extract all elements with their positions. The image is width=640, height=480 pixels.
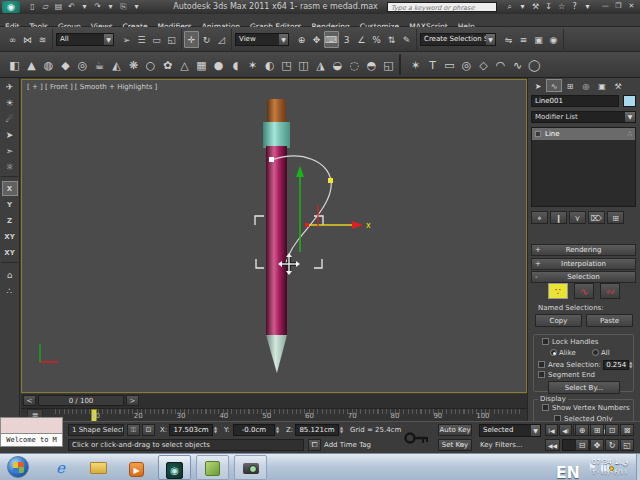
shape-text-icon[interactable]: T	[424, 55, 441, 74]
primitive-cylinder-icon[interactable]: ◫	[295, 55, 312, 74]
new-key-curve-icon[interactable]: ∿	[459, 439, 465, 451]
object-name-field[interactable]: Line001	[531, 95, 619, 107]
redo-icon[interactable]: ↷	[91, 0, 104, 14]
shape-ellipse-icon[interactable]: ◯	[526, 55, 543, 74]
app-logo-icon[interactable]: ◉	[2, 1, 20, 13]
orbit-icon[interactable]: ↻	[605, 439, 619, 451]
viewport-front[interactable]: [ + ] [ Front ] [ Smooth + Highlights ] …	[21, 79, 527, 393]
material-editor-icon[interactable]: ◉	[546, 31, 561, 48]
shape-arc-icon[interactable]: ◠	[492, 55, 509, 74]
spline-mode-button[interactable]: ∾	[600, 283, 620, 299]
axis-xy-lock-button[interactable]: XY	[2, 245, 18, 260]
z-coord-field[interactable]: 85.121cm	[295, 424, 339, 436]
spinner-icon[interactable]: ▲▼	[214, 426, 221, 434]
rollout-selection[interactable]: - Selection	[531, 271, 636, 283]
primitive-tube-icon[interactable]: ◌	[346, 55, 363, 74]
lock-handles-checkbox[interactable]	[542, 338, 549, 345]
tab-modify[interactable]: ∿	[546, 79, 562, 92]
primitive-chamfercyl-icon[interactable]: ◒	[329, 55, 346, 74]
project-dropdown-icon[interactable]: ▾	[130, 0, 143, 14]
area-selection-row[interactable]: Area Selection: 0.254▲▼	[538, 360, 636, 370]
tab-utilities[interactable]: ⚒	[610, 79, 626, 92]
primitive-cone2-icon[interactable]: ◮	[312, 55, 329, 74]
search-input[interactable]	[388, 4, 496, 12]
redo-dropdown-icon[interactable]: ▾	[104, 0, 117, 14]
reference-coordinate-dropdown[interactable]: View ▼	[235, 33, 289, 46]
window-crossing-icon[interactable]: ◱	[164, 31, 179, 48]
search-options-icon[interactable]: ▾	[516, 0, 529, 13]
primitive-chamferbox-icon[interactable]: ◳	[278, 55, 295, 74]
taskbar-explorer-button[interactable]	[82, 455, 115, 480]
welcome-window-preview[interactable]	[0, 417, 63, 434]
axis-xy-button[interactable]: XY	[2, 229, 18, 244]
undo-dropdown-icon[interactable]: ▾	[78, 0, 91, 14]
configure-modifier-sets-icon[interactable]: ⊞	[607, 211, 624, 224]
axis-y-button[interactable]: Y	[2, 197, 18, 212]
keyboard-override-icon[interactable]: ⌨	[324, 31, 339, 48]
select-and-link-icon[interactable]: ∞	[5, 31, 20, 48]
area-selection-value[interactable]: 0.254	[603, 360, 629, 370]
manage-layers-icon[interactable]: ▣	[531, 31, 546, 48]
percent-snap-icon[interactable]: %	[369, 31, 384, 48]
search-icon[interactable]: ⌕	[503, 0, 516, 13]
free-light-icon[interactable]: ➣	[2, 143, 18, 158]
taskbar-3dsmax-button[interactable]: ◉	[158, 455, 191, 480]
select-and-rotate-icon[interactable]: ↻	[199, 31, 214, 48]
primitive-vase-icon[interactable]: ◍	[40, 55, 57, 74]
primitive-ring-icon[interactable]: ○	[142, 55, 159, 74]
previous-frame-button[interactable]: <	[23, 395, 36, 406]
angle-snap-icon[interactable]: ∠	[354, 31, 369, 48]
snap-settings-icon[interactable]: ∴	[2, 283, 18, 298]
open-file-icon[interactable]: ▱	[39, 0, 52, 14]
align-icon[interactable]: ≡	[516, 31, 531, 48]
previous-key-icon[interactable]: ◀◀	[545, 439, 560, 451]
zoom-region-icon[interactable]: ⊟	[575, 439, 589, 451]
axis-z-button[interactable]: Z	[2, 213, 18, 228]
primitive-box-icon[interactable]: ◧	[6, 55, 23, 74]
rollout-interpolation[interactable]: + Interpolation	[531, 258, 636, 270]
all-radio-row[interactable]: All	[592, 349, 610, 357]
selection-filter-dropdown[interactable]: All ▼	[56, 33, 114, 46]
primitive-box2-icon[interactable]: ◱	[380, 55, 397, 74]
lock-handles-row[interactable]: Lock Handles	[542, 338, 599, 346]
next-frame-button[interactable]: >	[126, 395, 139, 406]
show-vertex-numbers-row[interactable]: Show Vertex Numbers	[542, 404, 630, 412]
select-object-icon[interactable]: ➢	[119, 31, 134, 48]
taskbar-ie-button[interactable]: e	[44, 455, 77, 480]
segment-mode-button[interactable]: ∿	[574, 283, 594, 299]
welcome-window[interactable]: Welcome to M	[0, 417, 63, 447]
primitive-prism-icon[interactable]: ◭	[108, 55, 125, 74]
primitive-foliage-icon[interactable]: ❋	[125, 55, 142, 74]
shape-ngon-icon[interactable]: ◇	[475, 55, 492, 74]
help-options-icon[interactable]: ▾	[581, 0, 594, 13]
start-button[interactable]	[7, 456, 29, 478]
key-mode-dropdown[interactable]: Selected ▼	[479, 424, 541, 437]
selection-region-icon[interactable]: ▭	[149, 31, 164, 48]
primitive-plane-icon[interactable]: ▦	[193, 55, 210, 74]
new-file-icon[interactable]: ▯	[26, 0, 39, 14]
unlink-selection-icon[interactable]: ⋈	[20, 31, 35, 48]
show-desktop-button[interactable]	[636, 454, 640, 480]
primitive-sphere-icon[interactable]: ●	[210, 55, 227, 74]
sun-light-icon[interactable]: ☀	[2, 95, 18, 110]
set-key-button[interactable]: Set Key	[438, 439, 472, 451]
spinner-icon[interactable]: ▲▼	[340, 426, 347, 434]
target-light-icon[interactable]: ➤	[2, 127, 18, 142]
spotlight-icon[interactable]: ☄	[2, 111, 18, 126]
copy-button[interactable]: Copy	[535, 314, 582, 327]
add-time-tag[interactable]: Add Time Tag	[324, 439, 371, 451]
select-by-name-icon[interactable]: ☰	[134, 31, 149, 48]
close-button[interactable]: ✕	[625, 0, 638, 12]
vertex-mode-button[interactable]: ∵	[548, 283, 568, 299]
object-color-swatch[interactable]	[623, 95, 636, 107]
help-icon[interactable]: ?	[568, 0, 581, 13]
y-coord-field[interactable]: -0.0cm	[233, 424, 275, 436]
zoom-extents-all-icon[interactable]: ⊠	[620, 424, 634, 436]
mirror-icon[interactable]: ⇋	[501, 31, 516, 48]
spinner-icon[interactable]: ▲▼	[629, 361, 636, 369]
remove-modifier-icon[interactable]: ⌦	[588, 211, 605, 224]
zoom-extents-icon[interactable]: ⊡	[605, 424, 619, 436]
select-and-manipulate-icon[interactable]: ✥	[309, 31, 324, 48]
modifier-list-dropdown[interactable]: Modifier List ▼	[531, 111, 636, 123]
spinner-icon[interactable]: ▲▼	[276, 426, 283, 434]
